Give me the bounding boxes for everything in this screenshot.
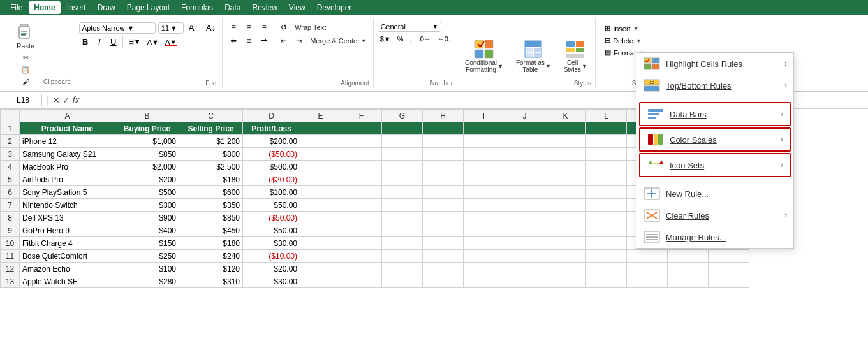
empty-cell[interactable] (300, 173, 341, 186)
empty-cell[interactable] (504, 224, 545, 237)
empty-cell[interactable] (423, 199, 464, 212)
data-cell[interactable]: Nintendo Switch (20, 199, 115, 212)
header-cell[interactable]: Buying Price (115, 122, 179, 135)
col-header-J[interactable]: J (504, 110, 545, 122)
data-cell[interactable]: $120 (179, 263, 243, 275)
empty-cell[interactable] (464, 135, 504, 148)
menu-file[interactable]: File (5, 1, 27, 14)
empty-cell[interactable] (504, 275, 545, 288)
empty-cell[interactable] (341, 212, 382, 224)
empty-cell[interactable] (341, 275, 382, 288)
decimal-increase-button[interactable]: .0→ (416, 34, 434, 44)
highlight-cells-rules-item[interactable]: Highlight Cells Rules › (636, 53, 793, 75)
data-cell[interactable]: ($20.00) (243, 173, 300, 186)
paste-button[interactable]: Paste (10, 19, 41, 52)
menu-home[interactable]: Home (29, 1, 60, 14)
empty-cell[interactable] (586, 237, 627, 250)
empty-cell[interactable] (341, 161, 382, 173)
conditional-formatting-button[interactable]: ConditionalFormatting ▼ (461, 36, 507, 76)
empty-cell[interactable] (382, 250, 423, 263)
empty-cell[interactable] (586, 224, 627, 237)
empty-cell[interactable] (464, 186, 504, 199)
header-cell[interactable]: Product Name (20, 122, 115, 135)
empty-cell[interactable] (382, 135, 423, 148)
empty-cell[interactable] (545, 199, 586, 212)
name-box[interactable]: L18 (4, 94, 42, 106)
data-cell[interactable]: $600 (179, 186, 243, 199)
percent-button[interactable]: % (395, 34, 406, 44)
empty-cell[interactable] (423, 212, 464, 224)
empty-cell[interactable] (300, 186, 341, 199)
data-cell[interactable]: $800 (179, 148, 243, 161)
empty-cell[interactable] (504, 135, 545, 148)
data-cell[interactable]: $180 (179, 173, 243, 186)
currency-button[interactable]: $▼ (378, 34, 394, 44)
empty-cell[interactable] (545, 224, 586, 237)
empty-cell[interactable] (504, 148, 545, 161)
indent-decrease-button[interactable]: ⇤ (277, 35, 291, 47)
empty-cell[interactable] (300, 161, 341, 173)
empty-cell[interactable] (341, 250, 382, 263)
empty-cell[interactable] (382, 148, 423, 161)
underline-button[interactable]: U (107, 36, 120, 48)
copy-button[interactable]: 📋 (15, 64, 36, 75)
empty-cell[interactable] (382, 122, 423, 135)
merge-center-button[interactable]: Merge & Center ▼ (307, 36, 369, 45)
empty-cell[interactable] (545, 161, 586, 173)
empty-cell[interactable] (545, 148, 586, 161)
data-cell[interactable]: $100 (115, 263, 179, 275)
empty-cell[interactable] (504, 212, 545, 224)
empty-cell[interactable] (300, 263, 341, 275)
italic-button[interactable]: I (93, 36, 106, 48)
empty-cell[interactable] (545, 186, 586, 199)
col-header-C[interactable]: C (179, 110, 243, 122)
data-cell[interactable]: ($50.00) (243, 148, 300, 161)
empty-cell[interactable] (586, 148, 627, 161)
empty-cell[interactable] (545, 250, 586, 263)
col-header-H[interactable]: H (423, 110, 464, 122)
menu-page-layout[interactable]: Page Layout (122, 1, 175, 14)
empty-cell[interactable] (423, 263, 464, 275)
empty-cell[interactable] (586, 263, 627, 275)
font-increase-button[interactable]: A↑ (186, 22, 201, 34)
data-cell[interactable]: $900 (115, 212, 179, 224)
empty-cell[interactable] (464, 263, 504, 275)
empty-cell[interactable] (709, 263, 749, 275)
formula-function-icon[interactable]: fx (73, 95, 80, 105)
empty-cell[interactable] (341, 122, 382, 135)
data-cell[interactable]: $200 (115, 173, 179, 186)
rotate-text-button[interactable]: ↺ (277, 22, 291, 33)
empty-cell[interactable] (464, 173, 504, 186)
empty-cell[interactable] (423, 161, 464, 173)
empty-cell[interactable] (341, 224, 382, 237)
empty-cell[interactable] (504, 199, 545, 212)
menu-formulas[interactable]: Formulas (176, 1, 218, 14)
format-painter-button[interactable]: 🖌 (15, 76, 36, 87)
data-cell[interactable]: $240 (179, 250, 243, 263)
empty-cell[interactable] (545, 122, 586, 135)
cell-styles-button[interactable]: CellStyles ▼ (560, 36, 591, 76)
menu-insert[interactable]: Insert (62, 1, 91, 14)
empty-cell[interactable] (504, 237, 545, 250)
data-cell[interactable]: ($50.00) (243, 212, 300, 224)
empty-cell[interactable] (341, 186, 382, 199)
empty-cell[interactable] (464, 275, 504, 288)
align-top-center-button[interactable]: ≡ (242, 22, 256, 33)
format-as-table-button[interactable]: Format asTable ▼ (512, 36, 555, 76)
data-cell[interactable]: Dell XPS 13 (20, 212, 115, 224)
menu-data[interactable]: Data (219, 1, 246, 14)
data-cell[interactable]: $450 (179, 224, 243, 237)
empty-cell[interactable] (423, 186, 464, 199)
data-cell[interactable]: $2,500 (179, 161, 243, 173)
new-rule-item[interactable]: New Rule... (636, 183, 793, 205)
empty-cell[interactable] (300, 275, 341, 288)
data-cell[interactable]: Sony PlayStation 5 (20, 186, 115, 199)
data-cell[interactable]: $250 (115, 250, 179, 263)
col-header-K[interactable]: K (545, 110, 586, 122)
col-header-G[interactable]: G (382, 110, 423, 122)
data-cell[interactable]: $280 (115, 275, 179, 288)
header-cell[interactable]: Selling Price (179, 122, 243, 135)
borders-button[interactable]: ⊞▼ (126, 36, 143, 47)
empty-cell[interactable] (300, 148, 341, 161)
data-cell[interactable]: Apple Watch SE (20, 275, 115, 288)
